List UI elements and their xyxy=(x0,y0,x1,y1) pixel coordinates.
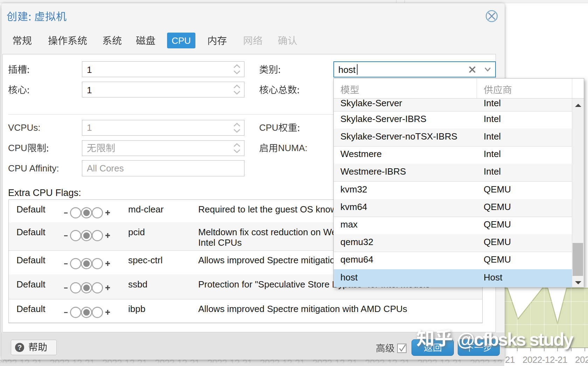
svg-text:?: ? xyxy=(18,344,22,351)
